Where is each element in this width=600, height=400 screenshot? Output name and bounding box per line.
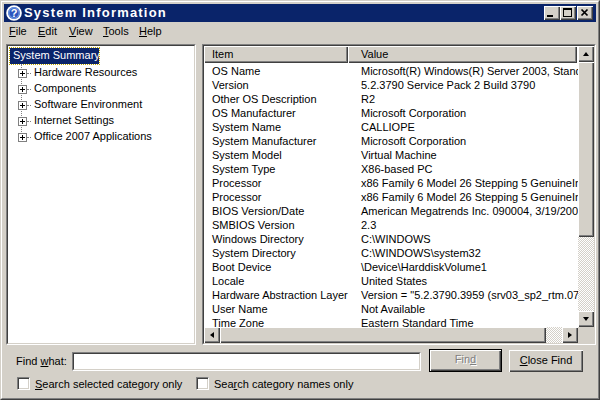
svg-text:?: ? [11,7,18,19]
